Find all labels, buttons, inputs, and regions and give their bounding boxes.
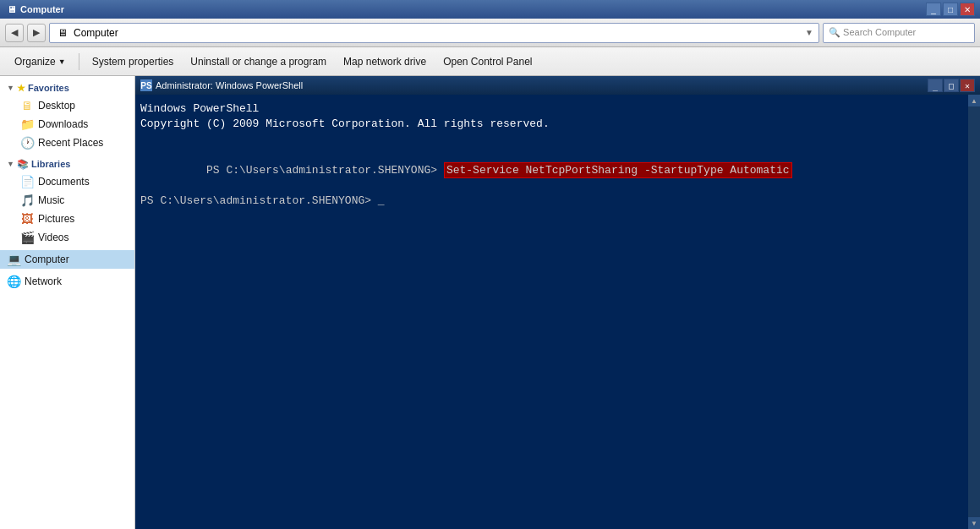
favorites-header[interactable]: ▼ ★ Favorites [0,79,134,96]
ps-highlighted-command: Set-Service NetTcpPortSharing -StartupTy… [444,162,792,178]
favorites-chevron: ▼ [7,84,14,92]
recent-places-icon: 🕐 [20,136,34,150]
ps-close-button[interactable]: ✕ [960,79,975,92]
network-icon: 🌐 [7,275,20,288]
documents-icon: 📄 [20,175,34,188]
libraries-section: ▼ 📚 Libraries 📄 Documents 🎵 Music 🖼 Pict… [0,155,134,247]
title-bar-controls: _ □ ✕ [926,3,975,16]
ps-minimize-button[interactable]: _ [928,79,943,92]
sidebar-item-recent-places[interactable]: 🕐 Recent Places [7,134,134,152]
favorites-section: ▼ ★ Favorites 🖥 Desktop 📁 Downloads 🕐 Re… [0,79,134,152]
ps-line-3 [140,132,975,147]
ps-controls: _ □ ✕ [928,79,975,92]
pictures-icon: 🖼 [20,212,34,226]
sidebar-item-network[interactable]: 🌐 Network [0,272,134,291]
ps-command-line-2: PS C:\Users\administrator.SHENYONG> _ [140,194,975,209]
title-bar-icon: 🖥 [5,3,17,15]
ps-scrollbar[interactable]: ▲ ▼ [968,95,980,529]
powershell-window: PS Administrator: Windows PowerShell _ □… [135,76,980,529]
libraries-items: 📄 Documents 🎵 Music 🖼 Pictures 🎬 Videos [0,172,134,247]
maximize-button[interactable]: □ [943,3,958,16]
toolbar: Organize ▼ System properties Uninstall o… [0,47,980,76]
powershell-content[interactable]: Windows PowerShell Copyright (C) 2009 Mi… [135,95,980,529]
videos-icon: 🎬 [20,231,34,244]
search-bar[interactable]: 🔍 Search Computer [823,23,975,43]
organize-button[interactable]: Organize ▼ [7,51,74,73]
toolbar-separator-1 [79,53,79,70]
sidebar-item-documents[interactable]: 📄 Documents [7,172,134,191]
title-bar: 🖥 Computer _ □ ✕ [0,0,980,19]
sidebar-item-music[interactable]: 🎵 Music [7,191,134,210]
sidebar: ▼ ★ Favorites 🖥 Desktop 📁 Downloads 🕐 Re… [0,76,135,529]
address-bar[interactable]: 🖥 Computer ▼ [49,23,819,43]
sidebar-item-desktop[interactable]: 🖥 Desktop [7,96,134,115]
libraries-chevron: ▼ [7,160,14,168]
ps-prompt-1: PS C:\Users\administrator.SHENYONG> [206,164,444,177]
ps-command-line-1: PS C:\Users\administrator.SHENYONG> Set-… [140,148,975,194]
minimize-button[interactable]: _ [926,3,941,16]
uninstall-button[interactable]: Uninstall or change a program [183,51,334,73]
system-properties-button[interactable]: System properties [85,51,182,73]
sidebar-item-videos[interactable]: 🎬 Videos [7,228,134,247]
desktop-icon: 🖥 [20,99,34,112]
downloads-icon: 📁 [20,117,34,131]
powershell-titlebar: PS Administrator: Windows PowerShell _ □… [135,76,980,95]
ps-scroll-up[interactable]: ▲ [968,95,980,106]
ps-scroll-track[interactable] [968,106,980,517]
control-panel-button[interactable]: Open Control Panel [435,51,539,73]
close-button[interactable]: ✕ [960,3,975,16]
title-bar-label: Computer [20,4,64,14]
computer-section: 💻 Computer [0,250,134,269]
address-icon: 🖥 [55,25,70,41]
content-area: ▼ Hard Disk Drives (1) 💾 Local Disk (C:)… [135,76,980,529]
computer-icon: 💻 [7,253,20,266]
organize-dropdown-icon: ▼ [58,57,66,66]
forward-button[interactable]: ▶ [27,24,46,42]
powershell-title-label: Administrator: Windows PowerShell [156,80,303,90]
favorites-items: 🖥 Desktop 📁 Downloads 🕐 Recent Places [0,96,134,152]
nav-bar: ◀ ▶ 🖥 Computer ▼ 🔍 Search Computer [0,19,980,47]
address-text: Computer [74,27,118,39]
main-layout: ▼ ★ Favorites 🖥 Desktop 📁 Downloads 🕐 Re… [0,76,980,529]
map-network-button[interactable]: Map network drive [336,51,434,73]
libraries-icon: 📚 [17,159,29,170]
music-icon: 🎵 [20,194,34,207]
back-button[interactable]: ◀ [5,24,24,42]
ps-line-2: Copyright (C) 2009 Microsoft Corporation… [140,117,975,132]
sidebar-item-pictures[interactable]: 🖼 Pictures [7,210,134,228]
ps-maximize-button[interactable]: □ [944,79,959,92]
sidebar-item-downloads[interactable]: 📁 Downloads [7,115,134,134]
favorites-star-icon: ★ [17,83,25,94]
ps-line-1: Windows PowerShell [140,101,975,117]
sidebar-item-computer[interactable]: 💻 Computer [0,250,134,269]
libraries-header[interactable]: ▼ 📚 Libraries [0,155,134,172]
network-section: 🌐 Network [0,272,134,291]
ps-scroll-down[interactable]: ▼ [968,517,980,529]
powershell-icon: PS [140,79,152,91]
address-dropdown-icon[interactable]: ▼ [805,28,813,37]
